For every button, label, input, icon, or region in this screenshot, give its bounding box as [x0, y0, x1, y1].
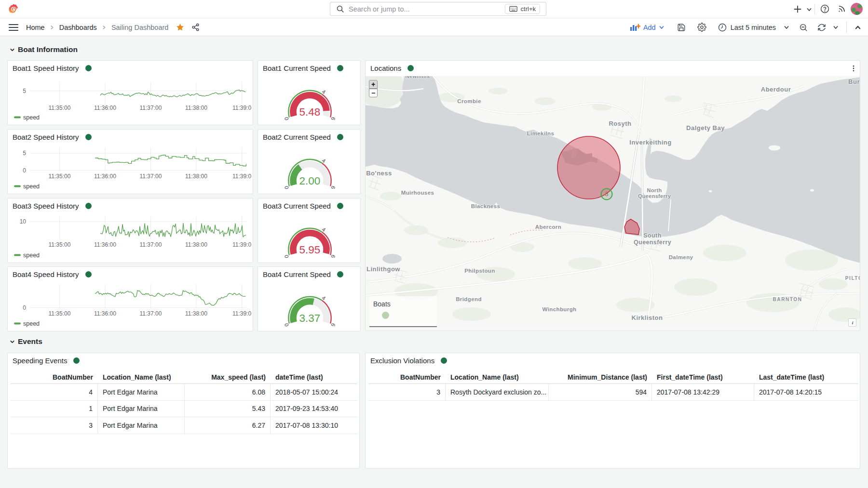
svg-text:0: 0 [283, 185, 289, 190]
svg-text:11:38:00: 11:38:00 [185, 105, 207, 111]
svg-text:6: 6 [330, 117, 336, 121]
svg-text:Linlithgow: Linlithgow [366, 265, 400, 273]
svg-text:0: 0 [23, 304, 26, 311]
svg-text:Dalgety Bay: Dalgety Bay [686, 124, 725, 132]
svg-text:Muirhouses: Muirhouses [401, 190, 434, 196]
svg-text:Crombie: Crombie [457, 98, 481, 104]
svg-text:North: North [647, 187, 662, 193]
svg-text:i: i [852, 320, 853, 325]
svg-text:11:38:00: 11:38:00 [185, 310, 207, 317]
svg-text:Newmills: Newmills [406, 76, 430, 79]
svg-text:3.37: 3.37 [299, 312, 321, 324]
svg-text:5: 5 [23, 150, 26, 157]
svg-text:Bridgend: Bridgend [456, 296, 482, 302]
svg-text:11:36:00: 11:36:00 [94, 241, 116, 248]
svg-text:11:39:0: 11:39:0 [232, 105, 251, 111]
svg-text:0: 0 [283, 117, 289, 121]
svg-text:5.48: 5.48 [299, 106, 321, 118]
svg-text:11:37:00: 11:37:00 [140, 105, 162, 111]
svg-text:0: 0 [23, 167, 26, 174]
svg-text:Queensferry: Queensferry [638, 193, 671, 199]
svg-text:speed: speed [23, 114, 40, 121]
svg-text:11:39:0: 11:39:0 [232, 241, 251, 248]
svg-text:11:39:0: 11:39:0 [232, 310, 251, 317]
svg-text:5: 5 [23, 88, 26, 94]
svg-text:11:37:00: 11:37:00 [140, 310, 162, 317]
svg-text:Dalmeny: Dalmeny [669, 254, 693, 260]
svg-text:Winchburgh: Winchburgh [542, 306, 577, 312]
svg-text:11:39:0: 11:39:0 [232, 173, 251, 180]
svg-text:speed: speed [23, 183, 40, 190]
svg-text:Bo'ness: Bo'ness [366, 170, 392, 177]
svg-text:11:38:00: 11:38:00 [185, 173, 207, 180]
svg-text:6: 6 [330, 185, 336, 190]
svg-text:11:36:00: 11:36:00 [94, 173, 116, 180]
svg-text:11:35:00: 11:35:00 [49, 105, 71, 111]
svg-text:11:35:00: 11:35:00 [49, 241, 71, 248]
svg-text:Blackness: Blackness [471, 203, 501, 209]
svg-text:Aberdour: Aberdour [761, 86, 791, 93]
svg-text:South: South [643, 232, 661, 239]
svg-text:2.00: 2.00 [299, 175, 321, 187]
svg-text:11:36:00: 11:36:00 [94, 105, 116, 111]
svg-text:Kirkliston: Kirkliston [632, 314, 663, 321]
svg-text:0: 0 [283, 323, 289, 327]
svg-text:5.95: 5.95 [299, 244, 321, 256]
svg-text:11:38:00: 11:38:00 [185, 241, 207, 248]
svg-text:6: 6 [330, 323, 336, 327]
svg-text:11:35:00: 11:35:00 [49, 173, 71, 180]
svg-text:11:37:00: 11:37:00 [140, 173, 162, 180]
svg-text:0: 0 [283, 254, 289, 259]
svg-text:6: 6 [330, 254, 336, 259]
svg-text:Limekilns: Limekilns [527, 131, 555, 136]
svg-text:Abercorn: Abercorn [535, 224, 561, 230]
svg-text:Inverkeithing: Inverkeithing [629, 139, 671, 146]
svg-text:Rosyth: Rosyth [609, 120, 631, 127]
svg-text:speed: speed [23, 320, 40, 327]
svg-text:11:36:00: 11:36:00 [94, 310, 116, 317]
svg-text:PILTO: PILTO [845, 276, 860, 281]
svg-text:Queensferry: Queensferry [634, 239, 671, 246]
svg-text:11:35:00: 11:35:00 [49, 310, 71, 317]
svg-text:Philpstoun: Philpstoun [464, 268, 495, 274]
svg-text:11:37:00: 11:37:00 [140, 241, 162, 248]
svg-text:10: 10 [20, 218, 27, 225]
svg-text:Bur: Bur [848, 78, 860, 85]
svg-text:3: 3 [605, 190, 608, 198]
svg-text:BARNTON: BARNTON [773, 297, 802, 302]
svg-text:speed: speed [23, 252, 40, 259]
